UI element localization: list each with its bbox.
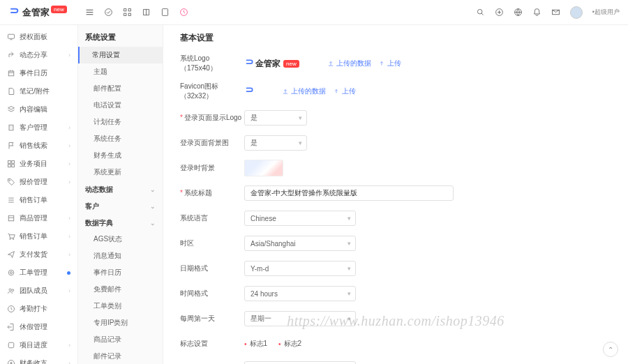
sidebar-item-4[interactable]: 内容编辑 xyxy=(0,100,77,119)
brand-logo-icon xyxy=(244,59,254,68)
sidebar2-item-3-6[interactable]: 商品记录 xyxy=(78,331,163,348)
select-input[interactable]: Asia/Shanghai xyxy=(244,236,356,251)
sidebar-item-17[interactable]: 项目进度› xyxy=(0,336,77,354)
book-icon[interactable] xyxy=(142,8,151,17)
form-row-8: 日期格式Y-m-d xyxy=(180,260,611,277)
radio-group: •标志1•标志2 xyxy=(244,339,301,349)
file-icon xyxy=(7,87,15,96)
select-input[interactable]: Y-m-d xyxy=(244,261,356,276)
sidebar-item-1[interactable]: 动态分享› xyxy=(0,46,77,64)
sidebar-item-10[interactable]: 商品管理› xyxy=(0,209,77,227)
svg-point-7 xyxy=(477,9,482,14)
sidebar2-item-0-4[interactable]: 计划任务 xyxy=(78,114,163,130)
sidebar-item-6[interactable]: 销售线索› xyxy=(0,137,77,155)
grid-icon xyxy=(7,160,15,168)
form-label: 每周第一天 xyxy=(180,314,244,324)
upload-short-button[interactable]: 上传 xyxy=(378,59,401,68)
upload-button[interactable]: 上传的数据 xyxy=(282,86,326,96)
check-icon[interactable] xyxy=(104,8,113,17)
clock-icon[interactable] xyxy=(179,8,188,17)
login-bg-preview xyxy=(244,160,283,176)
sidebar2-item-0-7[interactable]: 系统更新 xyxy=(78,164,163,181)
sidebar2-group-1[interactable]: 动态数据⌄ xyxy=(78,181,163,197)
sidebar2-group-2[interactable]: 客户⌄ xyxy=(78,197,163,214)
form-label: 时间格式 xyxy=(180,289,244,298)
chevron-icon: › xyxy=(68,160,70,167)
sidebar2-group-3[interactable]: 数据字典⌄ xyxy=(78,214,163,231)
sidebar-item-5[interactable]: 客户管理› xyxy=(0,119,77,137)
form-value xyxy=(244,160,611,176)
sidebar2-item-0-5[interactable]: 系统任务 xyxy=(78,130,163,147)
share-icon xyxy=(7,51,15,59)
chevron-icon: › xyxy=(68,124,70,131)
tag-icon xyxy=(7,178,15,186)
sidebar-item-0[interactable]: 授权面板 xyxy=(0,28,77,46)
form-value: Y-m-d xyxy=(244,261,611,276)
sidebar2-item-3-5[interactable]: 专用IP类别 xyxy=(78,314,163,331)
sidebar-item-12[interactable]: 支付发货› xyxy=(0,245,77,264)
sidebar-secondary: 系统设置常用设置主题邮件配置电话设置计划任务系统任务财务生成系统更新动态数据⌄客… xyxy=(78,25,163,364)
sidebar-item-16[interactable]: 休假管理 xyxy=(0,318,77,336)
form-value: •标志1•标志2 xyxy=(244,339,611,349)
chevron-icon: › xyxy=(68,360,70,364)
globe-icon[interactable] xyxy=(514,8,523,17)
sidebar2-item-3-3[interactable]: 免费邮件 xyxy=(78,281,163,298)
select-input[interactable]: CNY xyxy=(244,361,356,364)
device-icon[interactable] xyxy=(160,8,170,17)
flag-icon xyxy=(7,142,15,150)
sidebar-item-label: 销售订单 xyxy=(20,195,47,205)
money-icon xyxy=(7,359,15,364)
bell-icon[interactable] xyxy=(532,8,541,17)
sidebar-item-label: 销售线索 xyxy=(20,141,47,151)
sidebar-item-2[interactable]: 事件日历 xyxy=(0,64,77,82)
upload-button[interactable]: 上传的数据 xyxy=(327,59,371,68)
plus-icon[interactable] xyxy=(495,8,504,17)
menu-icon[interactable] xyxy=(85,8,94,17)
select-input[interactable]: 24 hours xyxy=(244,286,356,301)
mail-icon[interactable] xyxy=(551,8,560,17)
sidebar-item-9[interactable]: 销售订单 xyxy=(0,191,77,209)
sidebar-item-15[interactable]: 考勤打卡 xyxy=(0,300,77,318)
sidebar2-item-0-2[interactable]: 邮件配置 xyxy=(78,80,163,97)
sidebar2-item-0-6[interactable]: 财务生成 xyxy=(78,147,163,164)
sidebar2-item-0-0[interactable]: 常用设置 xyxy=(78,47,163,63)
sidebar2-item-0-3[interactable]: 电话设置 xyxy=(78,97,163,114)
sidebar2-item-3-7[interactable]: 邮件记录 xyxy=(78,348,163,364)
sidebar2-item-0-1[interactable]: 主题 xyxy=(78,63,163,80)
select-input[interactable]: 星期一 xyxy=(244,311,356,326)
sidebar-item-8[interactable]: 报价管理› xyxy=(0,173,77,191)
sidebar2-item-3-0[interactable]: AGS状态 xyxy=(78,231,163,248)
svg-point-24 xyxy=(9,289,11,291)
brand-logo[interactable]: 金管家 new xyxy=(8,6,78,19)
form-label: 登录页面背景图 xyxy=(180,138,244,148)
search-icon[interactable] xyxy=(476,8,485,17)
sidebar-item-14[interactable]: 团队成员› xyxy=(0,282,77,300)
select-input[interactable]: 是 xyxy=(244,110,307,126)
sidebar-item-label: 支付发货 xyxy=(20,250,47,259)
back-to-top-button[interactable]: ⌃ xyxy=(603,342,618,357)
sidebar2-item-3-1[interactable]: 消息通知 xyxy=(78,248,163,264)
sidebar-item-7[interactable]: 业务项目› xyxy=(0,155,77,173)
chevron-icon: › xyxy=(68,52,70,59)
radio-option[interactable]: •标志1 xyxy=(244,339,267,349)
avatar[interactable] xyxy=(570,6,583,19)
radio-option[interactable]: •标志2 xyxy=(278,339,301,349)
brand-logo-icon xyxy=(8,7,20,18)
upload-short-button[interactable]: 上传 xyxy=(333,86,356,96)
form-row-2: *登录页面显示Logo是 xyxy=(180,109,611,126)
select-input[interactable]: Chinese xyxy=(244,211,356,226)
sidebar-item-label: 动态分享 xyxy=(20,50,47,60)
sidebar-item-18[interactable]: 财务收支› xyxy=(0,354,77,364)
sidebar2-item-3-2[interactable]: 事件日历 xyxy=(78,264,163,281)
form-row-11: 标志设置•标志1•标志2 xyxy=(180,335,611,352)
apps-icon[interactable] xyxy=(123,8,132,17)
select-input[interactable]: 是 xyxy=(244,135,307,151)
exit-icon xyxy=(7,323,15,331)
sidebar-item-3[interactable]: 笔记/附件 xyxy=(0,82,77,100)
monitor-icon xyxy=(7,33,15,41)
sidebar-item-label: 事件日历 xyxy=(20,68,47,78)
sidebar-item-11[interactable]: 销售订单› xyxy=(0,227,77,245)
sidebar2-item-3-4[interactable]: 工单类别 xyxy=(78,298,163,314)
text-input[interactable] xyxy=(244,185,454,201)
sidebar-item-13[interactable]: 工单管理 xyxy=(0,264,77,282)
